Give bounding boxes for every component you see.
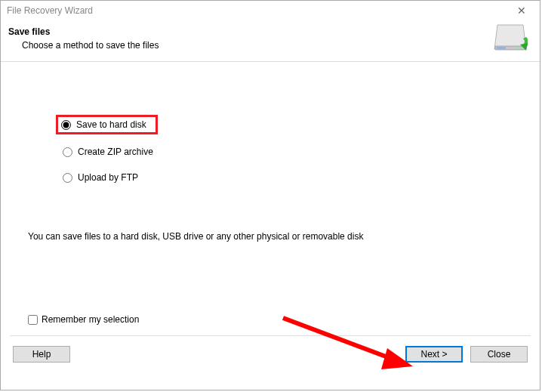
option-save-hard-disk[interactable]: Save to hard disk [56, 115, 158, 134]
next-button[interactable]: Next > [405, 346, 463, 363]
page-title: Save files [8, 26, 493, 37]
svg-rect-2 [518, 48, 519, 49]
svg-rect-3 [520, 48, 522, 49]
wizard-window: File Recovery Wizard ✕ Save files Choose… [0, 0, 540, 390]
option-create-zip[interactable]: Create ZIP archive [58, 144, 158, 160]
option-save-hard-disk-label: Save to hard disk [76, 119, 146, 130]
radio-create-zip[interactable] [63, 147, 72, 157]
option-upload-ftp-label: Upload by FTP [78, 172, 138, 183]
close-button[interactable]: Close [470, 346, 528, 363]
wizard-content: Save to hard disk Create ZIP archive Upl… [1, 62, 540, 335]
radio-upload-ftp[interactable] [63, 173, 72, 183]
titlebar: File Recovery Wizard ✕ [1, 1, 540, 20]
wizard-header: Save files Choose a method to save the f… [1, 20, 540, 61]
disk-save-icon [493, 22, 528, 54]
wizard-footer: Help Next > Close [1, 336, 540, 372]
remember-label: Remember my selection [42, 314, 139, 325]
header-text: Save files Choose a method to save the f… [8, 23, 493, 51]
method-description: You can save files to a hard disk, USB d… [28, 231, 363, 242]
option-create-zip-label: Create ZIP archive [78, 147, 153, 157]
close-x-glyph: ✕ [517, 5, 526, 17]
remember-selection[interactable]: Remember my selection [28, 314, 139, 325]
radio-save-hard-disk[interactable] [61, 120, 71, 130]
window-title: File Recovery Wizard [7, 5, 508, 16]
option-upload-ftp[interactable]: Upload by FTP [58, 169, 158, 186]
svg-rect-1 [497, 48, 506, 49]
close-icon[interactable]: ✕ [508, 2, 535, 19]
help-button[interactable]: Help [13, 346, 70, 363]
remember-checkbox[interactable] [28, 315, 38, 325]
save-method-group: Save to hard disk Create ZIP archive Upl… [58, 115, 158, 195]
page-subtitle: Choose a method to save the files [8, 40, 493, 51]
